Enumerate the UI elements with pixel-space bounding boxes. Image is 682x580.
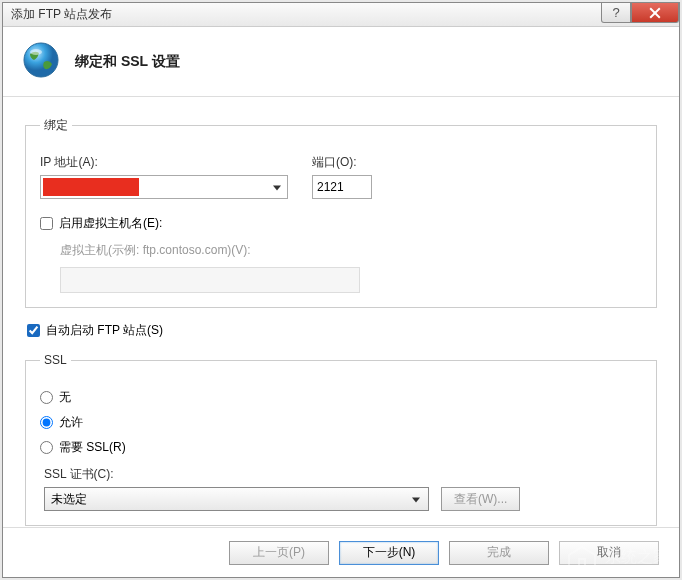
ssl-allow-radio[interactable]	[40, 416, 53, 429]
window-title: 添加 FTP 站点发布	[3, 6, 112, 23]
help-button[interactable]: ?	[601, 3, 631, 23]
close-icon	[649, 7, 661, 19]
view-cert-button: 查看(W)...	[441, 487, 520, 511]
vhost-input	[60, 267, 360, 293]
enable-vhost-label: 启用虚拟主机名(E):	[59, 215, 162, 232]
svg-point-3	[30, 49, 42, 55]
page-title: 绑定和 SSL 设置	[75, 53, 180, 71]
chevron-down-icon	[412, 498, 420, 503]
svg-point-2	[24, 43, 58, 77]
cert-label: SSL 证书(C):	[44, 466, 642, 483]
close-button[interactable]	[631, 3, 679, 23]
titlebar-controls: ?	[601, 3, 679, 23]
finish-button: 完成	[449, 541, 549, 565]
content-area: 绑定 IP 地址(A): 端口(O): 启用虚拟主机名(E):	[3, 97, 679, 527]
binding-legend: 绑定	[40, 117, 72, 134]
dialog-window: 添加 FTP 站点发布 ?	[2, 2, 680, 578]
ip-redacted-block	[43, 178, 139, 196]
help-icon: ?	[612, 5, 619, 20]
dialog-header: 绑定和 SSL 设置	[3, 27, 679, 97]
prev-button: 上一页(P)	[229, 541, 329, 565]
cancel-button[interactable]: 取消	[559, 541, 659, 565]
ssl-none-radio[interactable]	[40, 391, 53, 404]
port-input[interactable]	[312, 175, 372, 199]
binding-fieldset: 绑定 IP 地址(A): 端口(O): 启用虚拟主机名(E):	[25, 117, 657, 308]
ssl-require-label: 需要 SSL(R)	[59, 439, 126, 456]
ssl-legend: SSL	[40, 353, 71, 367]
next-button[interactable]: 下一步(N)	[339, 541, 439, 565]
autostart-checkbox[interactable]	[27, 324, 40, 337]
ssl-require-radio[interactable]	[40, 441, 53, 454]
ssl-allow-label: 允许	[59, 414, 83, 431]
chevron-down-icon	[273, 186, 281, 191]
vhost-label: 虚拟主机(示例: ftp.contoso.com)(V):	[60, 242, 642, 259]
ssl-none-label: 无	[59, 389, 71, 406]
autostart-label: 自动启动 FTP 站点(S)	[46, 322, 163, 339]
ip-address-select[interactable]	[40, 175, 288, 199]
enable-vhost-checkbox[interactable]	[40, 217, 53, 230]
globe-icon	[21, 40, 61, 83]
cert-value: 未选定	[51, 491, 87, 508]
port-label: 端口(O):	[312, 154, 372, 171]
ip-address-label: IP 地址(A):	[40, 154, 288, 171]
ssl-fieldset: SSL 无 允许 需要 SSL(R) SSL 证书(C): 未选定	[25, 353, 657, 526]
cert-select[interactable]: 未选定	[44, 487, 429, 511]
titlebar: 添加 FTP 站点发布 ?	[3, 3, 679, 27]
dialog-footer: 上一页(P) 下一步(N) 完成 取消	[3, 527, 679, 577]
